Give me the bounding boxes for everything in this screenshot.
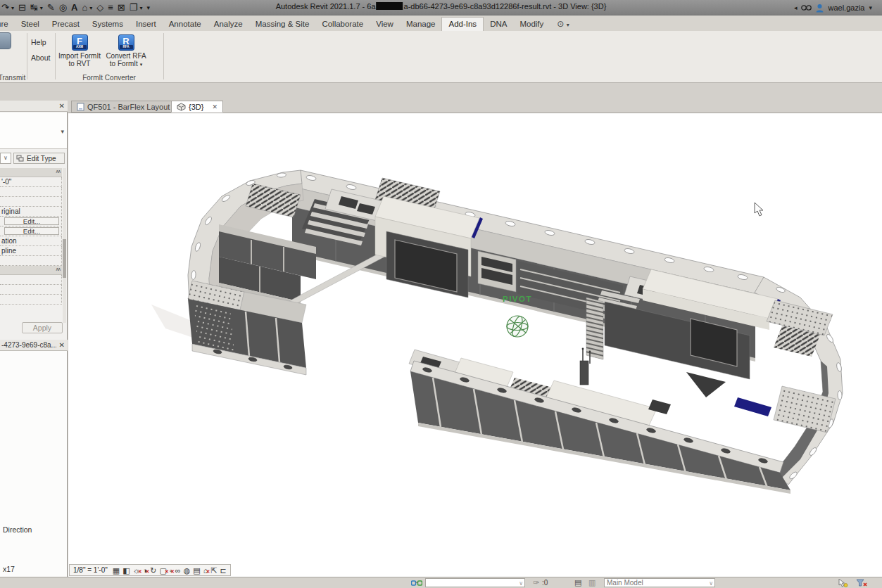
design-options-edit-icon[interactable]: ▥ [588, 578, 596, 587]
reveal-constraints-icon[interactable]: ⊏ [220, 565, 227, 575]
tab-structure[interactable]: ure [0, 18, 15, 31]
design-options-icon[interactable]: ▤ [574, 578, 581, 587]
browser-item[interactable]: x17 [3, 565, 15, 573]
property-row[interactable] [0, 285, 62, 295]
view-tab-3d[interactable]: {3D} ✕ [171, 101, 223, 113]
property-row[interactable] [0, 275, 62, 285]
property-row[interactable] [0, 256, 62, 266]
collapse-search-icon[interactable]: ◂ [794, 4, 798, 11]
collapse-group-icon[interactable]: ∧∧ [56, 267, 60, 272]
editing-requests-icon[interactable]: ✑ [533, 578, 539, 587]
tab-systems[interactable]: Systems [86, 18, 130, 31]
aligned-dimension-icon[interactable]: ✎ [47, 1, 55, 15]
properties-scrollbar-thumb[interactable] [63, 239, 66, 278]
close-browser-icon[interactable]: ✕ [59, 341, 65, 350]
close-properties-icon[interactable]: ✕ [59, 102, 65, 110]
user-account-icon[interactable] [816, 4, 824, 13]
browser-item[interactable]: Direction [3, 525, 32, 534]
property-row[interactable]: Edit... [0, 226, 62, 236]
show-analytical-model-off-icon[interactable]: ⌂✕ [203, 565, 208, 575]
filter-icon[interactable] [856, 579, 868, 587]
temporary-view-properties-icon[interactable]: ▤ [193, 565, 200, 575]
worksets-icon[interactable] [411, 579, 422, 587]
reveal-hidden-elements-icon[interactable]: ◍ [184, 565, 191, 575]
properties-palette-header[interactable]: ✕ [0, 101, 68, 112]
tag-by-category-icon[interactable]: ◎ [59, 1, 67, 15]
detail-level-icon[interactable]: ▦ [113, 565, 120, 575]
switch-windows-dropdown-icon[interactable]: ▾ [139, 5, 142, 11]
close-view-icon[interactable]: ✕ [212, 103, 218, 110]
design-option-dropdown[interactable]: Main Model∨ [604, 578, 715, 587]
tab-dna[interactable]: DNA [484, 18, 513, 31]
measure-dropdown-icon[interactable]: ▾ [40, 5, 43, 11]
redo-icon[interactable]: ↷ [1, 1, 9, 15]
property-row[interactable] [0, 197, 62, 207]
default-3d-view-icon[interactable]: ⌂ [82, 1, 87, 15]
visual-style-icon[interactable]: ◧ [122, 565, 130, 575]
property-row[interactable]: riginal [0, 207, 62, 217]
convert-dropdown-icon[interactable]: ▾ [140, 62, 143, 67]
type-selector[interactable]: ▾ [0, 113, 67, 149]
transmit-model-icon[interactable] [0, 32, 11, 49]
edit-button[interactable]: Edit... [4, 227, 59, 235]
edit-button[interactable]: Edit... [4, 217, 59, 225]
property-row[interactable]: pline [0, 246, 62, 256]
highlight-displacement-sets-icon[interactable]: ⇱ [210, 565, 217, 575]
tab-analyze[interactable]: Analyze [208, 18, 249, 31]
project-browser-header[interactable]: -4273-9e69-c8a... ✕ [0, 340, 68, 351]
active-workset-dropdown[interactable]: ∨ [425, 578, 525, 587]
print-icon[interactable]: ⊟ [18, 1, 26, 15]
tab-collaborate[interactable]: Collaborate [315, 18, 370, 31]
properties-group-header[interactable]: ∧∧ [0, 168, 62, 177]
text-icon[interactable]: A [71, 1, 77, 15]
tab-precast[interactable]: Precast [46, 18, 86, 31]
tab-steel[interactable]: Steel [15, 18, 46, 31]
properties-filter-dropdown[interactable]: ∨ [0, 153, 11, 164]
close-inactive-windows-icon[interactable]: ⊠ [118, 1, 125, 15]
about-button[interactable]: About [31, 53, 50, 62]
user-menu-dropdown-icon[interactable]: ▾ [869, 4, 872, 11]
property-row[interactable] [0, 187, 62, 197]
property-row[interactable]: '-0" [0, 177, 62, 187]
3d-model-view[interactable]: PIVOT [68, 113, 882, 577]
redo-dropdown-icon[interactable]: ▾ [11, 5, 14, 11]
sun-path-off-icon[interactable]: ☼✕ [133, 565, 140, 575]
tab-insert[interactable]: Insert [130, 18, 163, 31]
tab-modify[interactable]: Modify [513, 18, 550, 31]
tab-annotate[interactable]: Annotate [163, 18, 208, 31]
select-elements-toggle-icon[interactable] [838, 579, 849, 587]
edit-type-button[interactable]: Edit Type [13, 153, 65, 164]
property-row[interactable]: Edit... [0, 217, 62, 226]
ribbon-display-toggle-icon[interactable]: ⊙ ▾ [550, 18, 573, 31]
tab-add-ins[interactable]: Add-Ins [441, 17, 484, 31]
property-row[interactable]: ation [0, 236, 62, 246]
view-tab-sheet[interactable]: QF501 - BarFlex Layout [71, 101, 175, 113]
collapse-group-icon[interactable]: ∧∧ [56, 169, 60, 174]
thin-lines-icon[interactable]: ≡ [108, 1, 113, 15]
property-row[interactable] [0, 295, 62, 305]
convert-rfa-button[interactable]: RRFA Convert RFA to FormIt ▾ [104, 34, 148, 68]
customize-qat-icon[interactable]: ▾ [146, 1, 150, 15]
rendering-dialog-icon[interactable]: ↻ [150, 565, 156, 575]
measure-icon[interactable]: ↹ [30, 1, 38, 15]
search-icon[interactable] [801, 4, 812, 11]
tab-manage[interactable]: Manage [400, 18, 442, 31]
switch-windows-icon[interactable]: ❐ [130, 1, 138, 15]
temporary-hide-isolate-icon[interactable]: ∞ [175, 565, 181, 575]
editing-requests-count[interactable]: :0 [542, 579, 548, 587]
show-crop-region-off-icon[interactable]: ▫✕ [170, 565, 172, 575]
crop-view-off-icon[interactable]: ▢✕ [160, 565, 167, 575]
tab-massing-site[interactable]: Massing & Site [249, 18, 316, 31]
view-scale-button[interactable]: 1/8" = 1'-0" [73, 566, 108, 574]
help-button[interactable]: Help [31, 38, 46, 46]
section-icon[interactable]: ◇ [96, 1, 103, 15]
properties-group-header[interactable]: ∧∧ [0, 266, 62, 275]
drawing-area[interactable]: PIVOT 1/8" = 1'-0" ▦ ◧ ☼✕ ◑✕ [68, 113, 882, 577]
tab-view[interactable]: View [370, 18, 400, 31]
3d-view-dropdown-icon[interactable]: ▾ [89, 5, 92, 11]
apply-button[interactable]: Apply [22, 322, 63, 333]
signed-in-user[interactable]: wael.gazia [828, 4, 864, 12]
type-selector-dropdown-icon[interactable]: ▾ [61, 128, 64, 135]
shadows-off-icon[interactable]: ◑✕ [143, 565, 148, 575]
import-formit-button[interactable]: FAXM Import FormIt to RVT [58, 34, 101, 68]
